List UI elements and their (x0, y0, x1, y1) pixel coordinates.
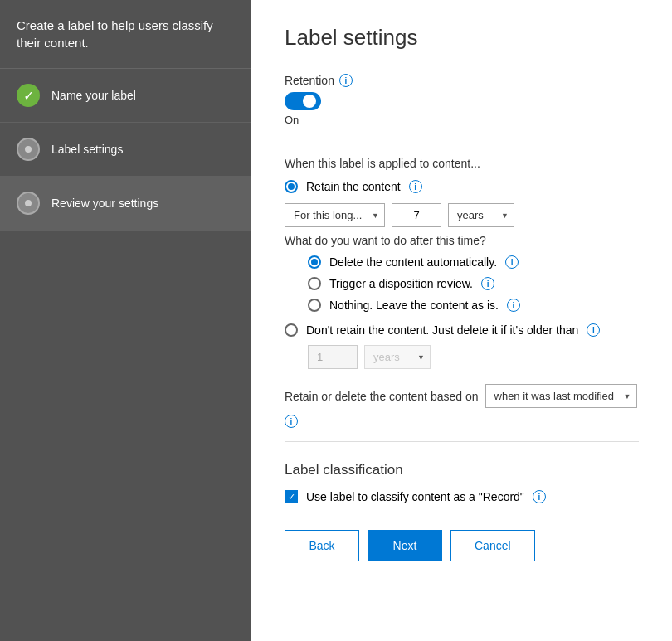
step1-icon: ✓ (17, 84, 40, 107)
duration-controls: For this long... years (285, 203, 639, 227)
main-content: Label settings Retention i On When this … (251, 0, 672, 641)
dont-retain-radio[interactable] (285, 323, 298, 337)
retain-delete-info-icon[interactable]: i (285, 415, 298, 428)
nothing-radio-item[interactable]: Nothing. Leave the content as is. i (308, 299, 639, 312)
trigger-disposition-label: Trigger a disposition review. (329, 277, 473, 290)
checkbox-check-icon: ✓ (288, 492, 295, 503)
dot-icon (25, 146, 32, 153)
dot-icon-review (25, 200, 32, 206)
trigger-disposition-radio-item[interactable]: Trigger a disposition review. i (308, 277, 639, 290)
dont-retain-unit-wrapper: years (364, 345, 431, 369)
delete-auto-info-icon[interactable]: i (505, 255, 519, 269)
dont-retain-unit-select: years (364, 345, 431, 369)
footer-buttons: Back Next Cancel (285, 530, 639, 561)
use-label-checkbox-item[interactable]: ✓ Use label to classify content as a "Re… (285, 490, 639, 503)
duration-type-select[interactable]: For this long... (285, 203, 385, 227)
retain-content-radio-item[interactable]: Retain the content i (285, 180, 639, 193)
retain-delete-select[interactable]: when it was last modified (485, 384, 637, 408)
cancel-button[interactable]: Cancel (450, 530, 535, 561)
toggle-thumb (303, 95, 316, 108)
dont-retain-number-input (308, 345, 358, 369)
duration-number-input[interactable] (392, 203, 441, 227)
nothing-label: Nothing. Leave the content as is. (329, 299, 499, 312)
label-classification-title: Label classification (285, 462, 639, 478)
delete-auto-radio-item[interactable]: Delete the content automatically. i (308, 255, 639, 269)
divider1 (285, 143, 639, 143)
sidebar-item-review-settings[interactable]: Review your settings (0, 177, 251, 231)
retain-delete-row: Retain or delete the content based on wh… (285, 384, 639, 428)
step3-icon (17, 192, 40, 215)
sidebar-item-label-settings-text: Label settings (51, 143, 123, 156)
sidebar-item-name-label[interactable]: ✓ Name your label (0, 69, 251, 123)
duration-unit-select[interactable]: years (448, 203, 514, 227)
delete-auto-label: Delete the content automatically. (329, 255, 497, 269)
use-label-info-icon[interactable]: i (533, 490, 546, 503)
retain-content-info-icon[interactable]: i (409, 180, 422, 193)
dont-retain-radio-item[interactable]: Don't retain the content. Just delete it… (285, 323, 639, 337)
retention-toggle[interactable] (285, 92, 321, 110)
sidebar-item-label-name: Name your label (51, 89, 136, 102)
next-button[interactable]: Next (368, 530, 442, 561)
back-button[interactable]: Back (285, 530, 359, 561)
retention-toggle-container: On (285, 92, 639, 126)
sidebar-item-label-settings[interactable]: Label settings (0, 123, 251, 177)
duration-unit-wrapper[interactable]: years (448, 203, 514, 227)
retention-info-icon[interactable]: i (339, 74, 353, 87)
after-time-options: Delete the content automatically. i Trig… (308, 255, 639, 312)
use-label-checkbox-label: Use label to classify content as a "Reco… (306, 490, 524, 503)
page-title: Label settings (285, 25, 639, 51)
label-classification-section: Label classification ✓ Use label to clas… (285, 462, 639, 503)
dont-retain-label: Don't retain the content. Just delete it… (306, 323, 578, 337)
retention-label-text: Retention (285, 74, 334, 87)
nothing-radio[interactable] (308, 299, 321, 312)
duration-type-wrapper[interactable]: For this long... (285, 203, 385, 227)
nothing-info-icon[interactable]: i (507, 299, 520, 312)
retain-delete-prefix: Retain or delete the content based on (285, 390, 479, 403)
step2-icon (17, 138, 40, 161)
checkmark-icon: ✓ (23, 88, 34, 104)
sidebar-item-label-review: Review your settings (51, 197, 158, 210)
sidebar-header: Create a label to help users classify th… (0, 0, 251, 69)
retention-section-label: Retention i (285, 74, 639, 87)
dont-retain-controls: years (308, 345, 639, 369)
use-label-checkbox[interactable]: ✓ (285, 490, 298, 503)
dont-retain-info-icon[interactable]: i (587, 323, 600, 337)
retain-content-label: Retain the content (306, 180, 401, 193)
sidebar: Create a label to help users classify th… (0, 0, 251, 641)
delete-auto-radio[interactable] (308, 255, 321, 269)
trigger-disposition-radio[interactable] (308, 277, 321, 290)
toggle-status-text: On (285, 114, 639, 126)
after-time-question: What do you want to do after this time? (285, 234, 639, 247)
retain-delete-select-wrapper[interactable]: when it was last modified (485, 384, 637, 408)
trigger-disposition-info-icon[interactable]: i (481, 277, 494, 290)
when-applied-text: When this label is applied to content... (285, 157, 639, 170)
divider2 (285, 441, 639, 442)
retain-content-radio[interactable] (285, 180, 298, 193)
